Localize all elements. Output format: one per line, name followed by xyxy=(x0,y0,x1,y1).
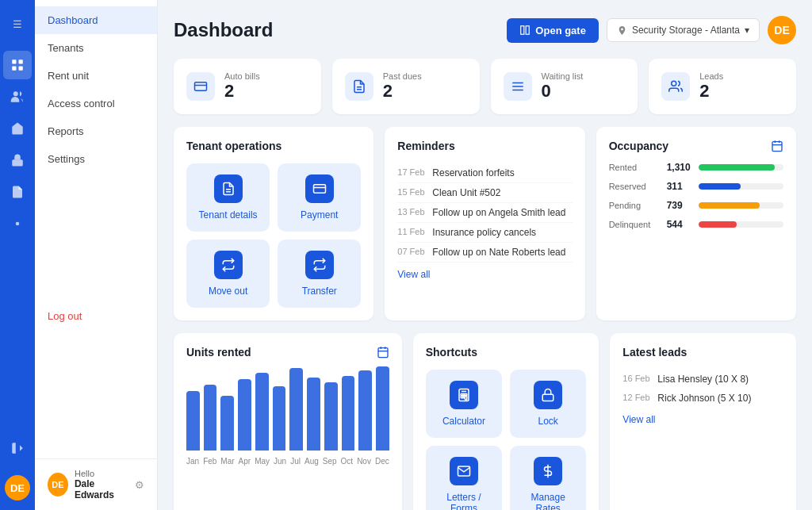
sidebar-item-logout[interactable] xyxy=(3,434,32,462)
location-selector[interactable]: Security Storage - Atlanta ▾ xyxy=(607,18,760,42)
page-header: Dashboard Open gate Security Storage - A… xyxy=(174,16,796,44)
reminder-item: 13 Feb Follow up on Angela Smith lead xyxy=(397,203,572,223)
units-rented-chart xyxy=(186,366,389,454)
tenant-operations-title: Tenant operations xyxy=(186,140,361,152)
stat-card-leads: Leads 2 xyxy=(649,59,796,114)
nav-item-access-control[interactable]: Access control xyxy=(35,90,157,117)
move-out-button[interactable]: Move out xyxy=(186,240,270,308)
payment-button[interactable]: Payment xyxy=(278,163,361,232)
open-gate-button[interactable]: Open gate xyxy=(507,18,599,43)
location-text: Security Storage - Atlanta xyxy=(632,25,740,36)
stat-card-auto-bills: Auto bills 2 xyxy=(174,59,321,114)
lead-item: 16 Feb Lisa Hensley (10 X 8) xyxy=(622,370,783,389)
tenant-ops-grid: Tenant details Payment Move out xyxy=(186,163,361,308)
manage-rates-icon xyxy=(534,457,562,485)
stat-info: Past dues 2 xyxy=(383,71,422,102)
occ-bar-delinquent xyxy=(699,221,737,228)
nav-item-tenants[interactable]: Tenants xyxy=(35,34,157,62)
svg-rect-37 xyxy=(465,397,466,401)
header-avatar: DE xyxy=(768,16,796,44)
stat-info: Waiting list 0 xyxy=(542,71,584,102)
nav-item-dashboard[interactable]: Dashboard xyxy=(35,6,157,34)
nav-hello-label: Hello xyxy=(75,469,94,478)
chart-label: Aug xyxy=(304,457,319,466)
reminders-view-all-link[interactable]: View all xyxy=(397,269,430,280)
units-rented-calendar-icon[interactable] xyxy=(377,346,389,359)
nav-item-logout[interactable]: Log out xyxy=(35,302,157,330)
chart-label: Jan xyxy=(186,457,199,466)
chart-label: Jun xyxy=(274,457,286,466)
shortcuts-card: Shortcuts Calculator Lock xyxy=(413,333,599,510)
sidebar-item-tenants[interactable] xyxy=(3,82,32,111)
reminder-date: 11 Feb xyxy=(397,227,426,238)
sidebar-item-access-control[interactable] xyxy=(3,146,32,174)
reminder-date: 07 Feb xyxy=(397,247,426,258)
calculator-label: Calculator xyxy=(442,416,485,427)
nav-panel: Dashboard Tenants Rent unit Access contr… xyxy=(35,0,158,510)
nav-item-settings[interactable]: Settings xyxy=(35,145,157,173)
chart-bar xyxy=(324,382,338,451)
occ-value-rented: 1,310 xyxy=(667,162,692,173)
sidebar-item-reports[interactable] xyxy=(3,178,32,206)
chart-label: Mar xyxy=(220,457,234,466)
sidebar-item-rent-unit[interactable] xyxy=(3,114,32,143)
nav-item-rent-unit[interactable]: Rent unit xyxy=(35,62,157,90)
svg-rect-34 xyxy=(465,394,466,396)
letters-forms-button[interactable]: Letters / Forms xyxy=(426,446,502,510)
occupancy-header: Occupancy xyxy=(609,140,783,152)
tenant-operations-card: Tenant operations Tenant details Payment xyxy=(174,127,373,320)
svg-rect-22 xyxy=(772,142,782,151)
past-dues-icon xyxy=(345,72,373,101)
chart-bar xyxy=(307,378,320,451)
chart-label: May xyxy=(255,457,270,466)
svg-rect-5 xyxy=(12,159,23,166)
stat-info: Leads 2 xyxy=(699,71,723,102)
svg-rect-10 xyxy=(195,82,207,91)
occ-value-pending: 739 xyxy=(667,200,692,211)
svg-point-17 xyxy=(672,81,676,86)
stat-value-past-dues: 2 xyxy=(383,81,422,102)
occ-label-pending: Pending xyxy=(609,201,661,210)
stat-label-past-dues: Past dues xyxy=(383,71,422,81)
lock-icon xyxy=(534,381,562,409)
chart-bar xyxy=(220,396,234,451)
latest-leads-list: 16 Feb Lisa Hensley (10 X 8) 12 Feb Rick… xyxy=(622,370,783,408)
occ-value-reserved: 311 xyxy=(667,181,692,192)
nav-settings-icon[interactable]: ⚙ xyxy=(135,479,144,491)
reminder-date: 17 Feb xyxy=(397,167,426,178)
chart-bar xyxy=(238,379,251,451)
transfer-button[interactable]: Transfer xyxy=(278,240,361,308)
letters-forms-icon xyxy=(450,457,478,485)
occ-label-rented: Rented xyxy=(609,163,661,172)
occ-bar-rented xyxy=(699,164,776,171)
sidebar: ☰ DE xyxy=(0,0,35,510)
latest-leads-view-all-link[interactable]: View all xyxy=(622,414,655,425)
nav-item-reports[interactable]: Reports xyxy=(35,117,157,145)
reminder-text: Follow up on Nate Roberts lead xyxy=(432,247,565,258)
reminder-item: 11 Feb Insurance policy cancels xyxy=(397,223,572,243)
chart-label: Feb xyxy=(203,457,216,466)
sidebar-item-dashboard[interactable] xyxy=(3,51,32,79)
units-rented-title: Units rented xyxy=(186,346,251,359)
reminder-text: Follow up on Angela Smith lead xyxy=(432,207,565,218)
lock-button[interactable]: Lock xyxy=(510,370,586,438)
occ-row-rented: Rented 1,310 xyxy=(609,162,783,173)
tenant-details-button[interactable]: Tenant details xyxy=(186,163,270,232)
calculator-button[interactable]: Calculator xyxy=(426,370,502,438)
reminder-item: 15 Feb Clean Unit #502 xyxy=(397,183,572,203)
shortcuts-title: Shortcuts xyxy=(426,346,587,359)
menu-icon[interactable]: ☰ xyxy=(3,10,32,38)
chart-bar xyxy=(342,376,355,451)
sidebar-item-settings[interactable] xyxy=(3,209,32,238)
chart-bar xyxy=(273,386,286,451)
location-chevron-icon: ▾ xyxy=(745,25,749,36)
chart-label: Dec xyxy=(375,457,389,466)
move-out-icon xyxy=(214,251,243,279)
chart-bar xyxy=(204,385,217,451)
occupancy-calendar-icon[interactable] xyxy=(771,140,783,152)
manage-rates-button[interactable]: Manage Rates xyxy=(510,446,586,510)
leads-icon xyxy=(661,72,690,101)
reminders-list: 17 Feb Reservation forfeits 15 Feb Clean… xyxy=(397,163,572,263)
chart-label: Jul xyxy=(290,457,301,466)
tenant-details-label: Tenant details xyxy=(199,209,258,220)
